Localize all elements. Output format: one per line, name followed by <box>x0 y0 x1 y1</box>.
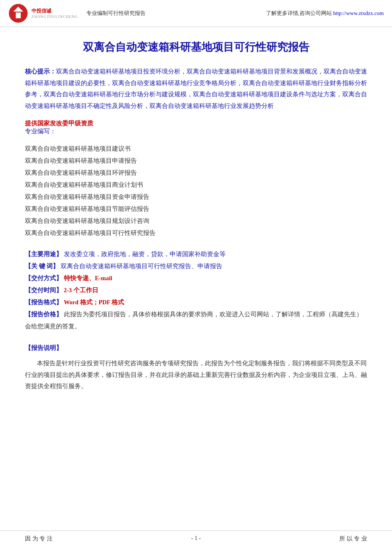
header-slogan: 专业编制可行性研究报告 <box>86 10 146 17</box>
footer: 因 为 专 注 - 1 - 所 以 专 业 <box>0 531 392 547</box>
info-value-6: 此报告为委托项目报告，具体价格根据具体的要求协商，欢迎进入公司网站，了解详情，工… <box>25 311 363 330</box>
header-info-text: 了解更多详情,咨询公司网站 <box>266 10 332 16</box>
svg-text:中投信诚: 中投信诚 <box>14 20 22 22</box>
info-value-4: 2-3 个工作日 <box>64 287 98 293</box>
service-item-1: 双离合自动变速箱科研基地项目建议书 <box>25 143 367 155</box>
info-value-1: 发改委立项，政府批地，融资，贷款，申请国家补助资金等 <box>64 251 226 257</box>
info-value-3: 特快专递、E-mail <box>64 275 112 281</box>
info-row-1: 【主要用途】 发改委立项，政府批地，融资，贷款，申请国家补助资金等 <box>25 248 367 260</box>
company-name-en: ZHONGTOULINCHENG <box>32 15 78 19</box>
service-item-8: 双离合自动变速箱科研基地项目可行性研究报告 <box>25 227 367 239</box>
company-name: 中投信诚 <box>32 8 78 15</box>
report-section-text: 本报告是针对行业投资可行性研究咨询服务的专项研究报告，此报告为个性化定制服务报告… <box>25 358 367 392</box>
services-list: 双离合自动变速箱科研基地项目建议书 双离合自动变速箱科研基地项目申请报告 双离合… <box>25 143 367 239</box>
company-logo-icon: 中投信诚 <box>8 3 28 23</box>
info-key-6: 【报告价格】 <box>25 311 62 318</box>
service-item-2: 双离合自动变速箱科研基地项目申请报告 <box>25 155 367 167</box>
info-row-2: 【关 键 词】 双离合自动变速箱科研基地项目可行性研究报告、申请报告 <box>25 260 367 272</box>
report-section-title: 【报告说明】 <box>25 342 367 354</box>
page: 中投信诚 中投信诚 ZHONGTOULINCHENG 专业编制可行性研究报告 了… <box>0 0 392 555</box>
info-key-2: 【关 键 词】 <box>25 263 59 269</box>
header-website-link[interactable]: http://www.ztxdzx.com <box>333 10 384 16</box>
info-section: 【主要用途】 发改委立项，政府批地，融资，贷款，申请国家补助资金等 【关 键 词… <box>25 248 367 333</box>
core-hint-text: 双离合自动变速箱科研基地项目投资环境分析，双离合自动变速箱科研基地项目背景和发展… <box>25 68 367 109</box>
service-item-6: 双离合自动变速箱科研基地项目节能评估报告 <box>25 203 367 215</box>
service-item-4: 双离合自动变速箱科研基地项目商业计划书 <box>25 179 367 191</box>
core-hint-section: 核心提示：双离合自动变速箱科研基地项目投资环境分析，双离合自动变速箱科研基地项目… <box>25 66 367 112</box>
info-row-3: 【交付方式】 特快专递、E-mail <box>25 272 367 284</box>
info-key-5: 【报告格式】 <box>25 299 62 306</box>
info-row-6: 【报告价格】 此报告为委托项目报告，具体价格根据具体的要求协商，欢迎进入公司网站… <box>25 308 367 333</box>
info-key-4: 【交付时间】 <box>25 287 62 293</box>
info-key-3: 【交付方式】 <box>25 275 62 281</box>
professional-write-label: 专业编写： <box>25 127 367 135</box>
header: 中投信诚 中投信诚 ZHONGTOULINCHENG 专业编制可行性研究报告 了… <box>0 0 392 27</box>
footer-left: 因 为 专 注 <box>25 535 53 543</box>
main-content: 双离合自动变速箱科研基地项目可行性研究报告 核心提示：双离合自动变速箱科研基地项… <box>0 27 392 409</box>
info-row-5: 【报告格式】 Word 格式；PDF 格式 <box>25 296 367 308</box>
main-title: 双离合自动变速箱科研基地项目可行性研究报告 <box>25 39 367 54</box>
logo-area: 中投信诚 中投信诚 ZHONGTOULINCHENG <box>8 3 78 23</box>
svg-rect-2 <box>16 12 21 12</box>
service-item-5: 双离合自动变速箱科研基地项目资金申请报告 <box>25 191 367 203</box>
header-right: 了解更多详情,咨询公司网站 http://www.ztxdzx.com <box>266 10 384 17</box>
footer-center: - 1 - <box>191 535 201 543</box>
info-row-4: 【交付时间】 2-3 个工作日 <box>25 284 367 296</box>
report-section: 【报告说明】 本报告是针对行业投资可行性研究咨询服务的专项研究报告，此报告为个性… <box>25 342 367 392</box>
info-value-2: 双离合自动变速箱科研基地项目可行性研究报告、申请报告 <box>61 263 222 269</box>
qualification-text: 提供国家发改委甲级资质 <box>25 120 367 127</box>
service-item-7: 双离合自动变速箱科研基地项目规划设计咨询 <box>25 215 367 227</box>
footer-right: 所 以 专 业 <box>339 535 367 543</box>
info-key-1: 【主要用途】 <box>25 251 62 257</box>
core-label: 核心提示： <box>25 68 56 75</box>
service-item-3: 双离合自动变速箱科研基地项目环评报告 <box>25 167 367 179</box>
info-value-5: Word 格式；PDF 格式 <box>64 299 124 306</box>
